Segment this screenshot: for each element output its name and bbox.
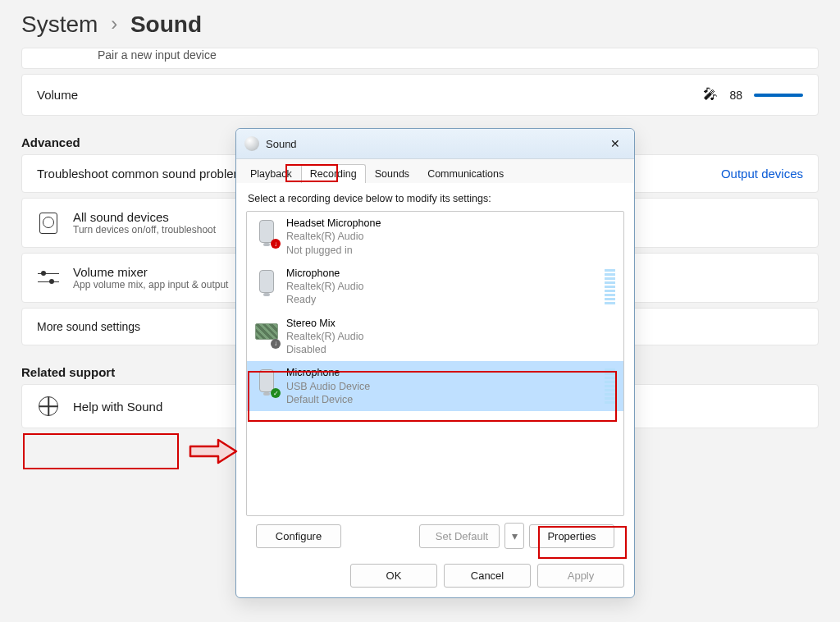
check-badge-icon: ✓ bbox=[271, 388, 281, 398]
device-text: MicrophoneRealtek(R) AudioReady bbox=[286, 267, 596, 307]
apply-button[interactable]: Apply bbox=[537, 564, 624, 588]
pair-input-label: Pair a new input device bbox=[98, 48, 217, 62]
tab-playback[interactable]: Playback bbox=[241, 164, 301, 183]
volume-value: 88 bbox=[729, 89, 742, 102]
microphone-device-icon: ↓ bbox=[255, 217, 278, 246]
volume-card[interactable]: Volume 🎤︎ 88 bbox=[21, 74, 819, 116]
annotation-more-settings bbox=[23, 433, 179, 469]
sound-cpl-icon bbox=[244, 136, 259, 151]
chevron-right-icon: › bbox=[111, 12, 117, 34]
level-meter bbox=[605, 269, 615, 304]
close-icon: ✕ bbox=[610, 137, 620, 150]
microphone-device-icon bbox=[255, 267, 278, 296]
device-text: Headset MicrophoneRealtek(R) AudioNot pl… bbox=[286, 217, 615, 257]
mixer-icon bbox=[38, 271, 59, 286]
microphone-device-icon: ✓ bbox=[255, 366, 278, 396]
tab-communications[interactable]: Communications bbox=[418, 164, 513, 183]
device-text: Stereo MixRealtek(R) AudioDisabled bbox=[286, 317, 615, 357]
dialog-title: Sound bbox=[266, 138, 603, 150]
sound-dialog: Sound ✕ Playback Recording Sounds Commun… bbox=[235, 128, 635, 598]
volume-label: Volume bbox=[37, 88, 692, 102]
tab-recording[interactable]: Recording bbox=[301, 164, 366, 183]
stereo-mix-icon: ↓ bbox=[255, 317, 278, 346]
breadcrumb-current: Sound bbox=[130, 11, 202, 37]
cancel-button[interactable]: Cancel bbox=[444, 564, 531, 588]
level-meter bbox=[605, 368, 615, 404]
recording-device-item[interactable]: MicrophoneRealtek(R) AudioReady bbox=[247, 262, 623, 312]
recording-device-item[interactable]: ↓Stereo MixRealtek(R) AudioDisabled bbox=[247, 312, 623, 362]
volume-slider[interactable] bbox=[754, 94, 803, 97]
unplugged-badge-icon: ↓ bbox=[271, 239, 281, 249]
configure-button[interactable]: Configure bbox=[256, 524, 341, 548]
chevron-down-icon: ▾ bbox=[512, 529, 518, 542]
recording-hint: Select a recording device below to modif… bbox=[248, 193, 623, 204]
globe-icon bbox=[39, 396, 58, 416]
properties-button[interactable]: Properties bbox=[529, 524, 614, 548]
device-text: MicrophoneUSB Audio DeviceDefault Device bbox=[286, 366, 596, 406]
breadcrumb-parent[interactable]: System bbox=[21, 11, 98, 37]
recording-device-item[interactable]: ✓MicrophoneUSB Audio DeviceDefault Devic… bbox=[247, 361, 623, 411]
breadcrumb: System › Sound bbox=[0, 0, 840, 38]
pair-input-card[interactable]: Pair a new input device bbox=[21, 48, 819, 69]
microphone-icon[interactable]: 🎤︎ bbox=[703, 86, 718, 103]
dialog-tabs: Playback Recording Sounds Communications bbox=[236, 159, 634, 183]
troubleshoot-output-link[interactable]: Output devices bbox=[721, 167, 803, 181]
annotation-arrow-icon bbox=[189, 433, 240, 469]
close-button[interactable]: ✕ bbox=[603, 134, 628, 153]
tab-sounds[interactable]: Sounds bbox=[366, 164, 418, 183]
speaker-icon bbox=[39, 213, 57, 234]
ok-button[interactable]: OK bbox=[350, 564, 437, 588]
recording-device-list[interactable]: ↓Headset MicrophoneRealtek(R) AudioNot p… bbox=[246, 211, 624, 516]
disabled-badge-icon: ↓ bbox=[271, 339, 281, 349]
dialog-titlebar[interactable]: Sound ✕ bbox=[236, 129, 634, 159]
set-default-button[interactable]: Set Default bbox=[419, 524, 500, 548]
set-default-dropdown[interactable]: ▾ bbox=[504, 523, 524, 549]
card-title: More sound settings bbox=[37, 320, 140, 333]
recording-device-item[interactable]: ↓Headset MicrophoneRealtek(R) AudioNot p… bbox=[247, 212, 623, 262]
